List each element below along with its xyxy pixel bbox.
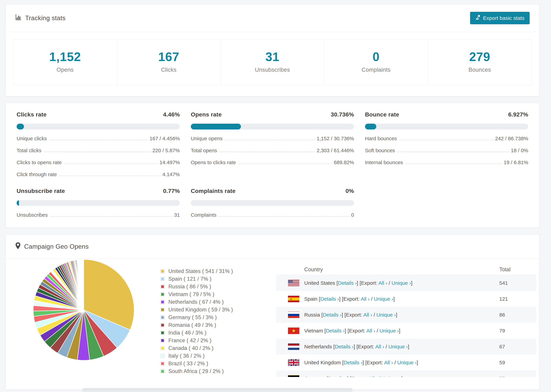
rate-detail-value: 19 / 6.81% <box>504 160 528 165</box>
link-separator: / <box>375 328 380 334</box>
rate-detail-row: Total clicks220 / 5.87% <box>17 147 180 154</box>
link-separator: / <box>372 312 376 318</box>
bracket-close: ] <box>411 280 412 286</box>
details-link[interactable]: Details › <box>320 296 339 302</box>
legend-item-spain: Spain ( 121 / 7% ) <box>161 276 233 282</box>
export-prefix: ] [Export: <box>362 360 384 365</box>
export-all-link[interactable]: All › <box>366 328 375 334</box>
country-cell: Russia [Details ›] [Export: All › / Uniq… <box>304 312 397 318</box>
legend-swatch <box>161 323 165 327</box>
rate-title: Complaints rate <box>191 188 235 194</box>
dotted-leader <box>59 176 161 176</box>
stat-value: 167 <box>117 50 221 64</box>
rate-detail-row: Soft bounces18 / 0% <box>365 147 528 154</box>
total-cell: 55 <box>499 376 505 377</box>
country-cell: Vietnam [Details ›] [Export: All › / Uni… <box>304 328 400 334</box>
export-unique-link[interactable]: Unique › <box>397 360 417 365</box>
export-unique-link[interactable]: Unique › <box>380 328 399 334</box>
legend-swatch <box>161 269 165 273</box>
legend-label: United States ( 541 / 31% ) <box>168 268 233 274</box>
bracket-close: ] <box>408 344 409 350</box>
rate-detail-row: Clicks to opens rate14.497% <box>17 160 180 165</box>
export-all-link[interactable]: All › <box>375 344 384 350</box>
rate-progress-bar <box>191 200 354 206</box>
bracket-close: ] <box>396 312 397 318</box>
rate-progress-bar <box>17 200 180 206</box>
rate-detail-value: 242 / 86.738% <box>495 136 528 141</box>
tracking-stats-card: Tracking stats Export basic stats 1,152O… <box>6 4 539 96</box>
total-cell: 121 <box>499 296 508 302</box>
details-link[interactable]: Details › <box>338 280 357 286</box>
legend-swatch <box>161 362 165 366</box>
legend-label: Vietnam ( 79 / 5% ) <box>168 291 214 297</box>
rates-top-grid: Clicks rate4.46%Unique clicks167 / 4.456… <box>17 111 528 177</box>
rate-detail-label: Unsubscribes <box>17 212 48 218</box>
table-row-united-kingdom: United Kingdom [Details ›] [Export: All … <box>276 355 536 371</box>
legend-label: South Africa ( 29 / 2% ) <box>168 368 224 374</box>
legend-item-united-kingdom: United Kingdom ( 59 / 3% ) <box>161 307 233 313</box>
rate-block-unsubscribe-rate: Unsubscribe rate0.77%Unsubscribes31 <box>17 188 180 218</box>
rate-value: 4.46% <box>163 111 180 118</box>
rate-detail-value: 14.497% <box>160 160 180 165</box>
rate-detail-value: 4.147% <box>162 172 180 177</box>
export-basic-stats-button[interactable]: Export basic stats <box>470 12 530 24</box>
stat-label: Unsubscribes <box>221 67 324 73</box>
dotted-leader <box>49 140 148 140</box>
export-all-link[interactable]: All › <box>369 376 378 377</box>
export-prefix: ] [Export: <box>353 344 375 350</box>
export-unique-link[interactable]: Unique › <box>389 344 408 350</box>
details-link[interactable]: Details › <box>328 376 347 377</box>
stat-cell-complaints: 0Complaints <box>324 39 428 85</box>
table-row-spain: Spain [Details ›] [Export: All › / Uniqu… <box>276 291 536 307</box>
export-all-link[interactable]: All › <box>379 280 387 286</box>
rate-detail-row: Hard bounces242 / 86.738% <box>365 136 528 141</box>
export-prefix: ] [Export: <box>357 280 379 286</box>
rate-block-complaints-rate: Complaints rate0%Complaints0 <box>191 188 354 218</box>
details-link[interactable]: Details › <box>323 312 342 318</box>
rate-title: Bounce rate <box>365 111 399 118</box>
details-link[interactable]: Details › <box>344 360 362 365</box>
legend-label: Germany ( 55 / 3% ) <box>168 314 217 321</box>
geo-title: Campaign Geo Opens <box>15 242 89 251</box>
legend-item-united-states: United States ( 541 / 31% ) <box>161 268 233 274</box>
rate-detail-row: Unsubscribes31 <box>17 212 180 218</box>
table-row-vietnam: ★Vietnam [Details ›] [Export: All › / Un… <box>276 323 536 339</box>
dotted-leader <box>50 216 173 217</box>
dotted-leader <box>64 164 158 164</box>
header-divider <box>6 32 539 32</box>
campaign-geo-opens-card: Campaign Geo Opens United States ( 541 /… <box>6 234 539 390</box>
export-all-link[interactable]: All › <box>384 360 393 365</box>
country-name: Netherlands [ <box>304 344 335 350</box>
legend-item-brazil: Brazil ( 33 / 2% ) <box>161 361 233 367</box>
legend-item-india: India ( 46 / 3% ) <box>161 330 233 336</box>
legend-item-vietnam: Vietnam ( 79 / 5% ) <box>161 291 233 297</box>
export-unique-link[interactable]: Unique › <box>376 312 396 318</box>
rate-detail-label: Internal bounces <box>365 160 403 165</box>
rate-detail-value: 1,152 / 30.736% <box>317 136 354 141</box>
rate-detail-row: Total opens2,303 / 61.446% <box>191 147 354 154</box>
details-link[interactable]: Details › <box>326 328 345 334</box>
map-pin-icon <box>15 242 21 251</box>
export-unique-link[interactable]: Unique › <box>391 280 411 286</box>
export-unique-link[interactable]: Unique › <box>382 376 401 377</box>
country-cell: Netherlands [Details ›] [Export: All › /… <box>304 344 409 350</box>
dotted-leader <box>44 152 151 152</box>
legend-swatch <box>161 292 165 296</box>
rate-detail-value: 167 / 4.456% <box>149 136 180 141</box>
country-cell: United States [Details ›] [Export: All ›… <box>304 280 412 286</box>
rate-detail-row: Complaints0 <box>191 212 354 218</box>
next-section-edge <box>82 388 353 392</box>
rate-detail-label: Hard bounces <box>365 136 397 141</box>
export-all-link[interactable]: All › <box>363 312 372 318</box>
export-all-link[interactable]: All › <box>361 296 370 302</box>
flag-ru <box>288 312 299 318</box>
dotted-leader <box>225 140 315 140</box>
export-unique-link[interactable]: Unique › <box>374 296 393 302</box>
legend-label: Brazil ( 33 / 2% ) <box>168 361 208 367</box>
bracket-close: ] <box>393 296 395 302</box>
rate-detail-label: Unique clicks <box>17 136 47 141</box>
dotted-leader <box>399 140 494 140</box>
rate-progress-bar <box>191 124 354 129</box>
legend-item-italy: Italy ( 36 / 2% ) <box>161 353 233 359</box>
details-link[interactable]: Details › <box>335 344 353 350</box>
